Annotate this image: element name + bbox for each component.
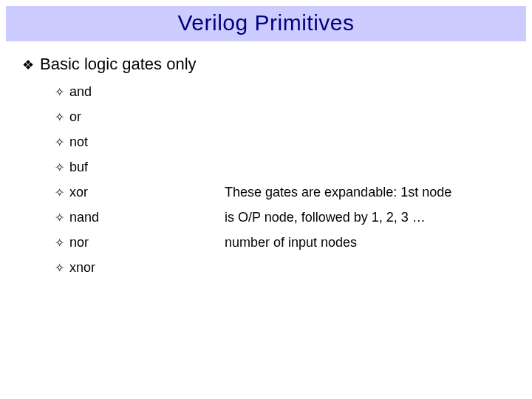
gate-name: buf: [69, 160, 225, 175]
gate-name: not: [69, 134, 225, 150]
gate-name: nor: [69, 235, 225, 250]
title-bar: Verilog Primitives: [6, 6, 526, 41]
slide-title: Verilog Primitives: [177, 10, 354, 35]
gate-list: ✧ and ✧ or ✧ not ✧ buf ✧ xor These gates…: [55, 84, 510, 276]
plus-bullet-icon: ✧: [55, 211, 69, 225]
plus-bullet-icon: ✧: [55, 85, 69, 99]
plus-bullet-icon: ✧: [55, 135, 69, 149]
list-item: ✧ buf: [55, 160, 510, 175]
heading-text: Basic logic gates only: [40, 55, 197, 74]
gate-name: xor: [69, 185, 225, 200]
gate-name: nand: [69, 210, 225, 225]
plus-bullet-icon: ✧: [55, 261, 69, 275]
content-area: ❖ Basic logic gates only ✧ and ✧ or ✧ no…: [0, 41, 532, 276]
plus-bullet-icon: ✧: [55, 160, 69, 174]
list-item: ✧ xnor: [55, 260, 510, 276]
gate-name: and: [69, 84, 225, 100]
list-item: ✧ nor number of input nodes: [55, 235, 510, 250]
list-item: ✧ xor These gates are expandable: 1st no…: [55, 185, 510, 200]
plus-bullet-icon: ✧: [55, 185, 69, 200]
list-item: ✧ not: [55, 134, 510, 150]
list-item: ✧ nand is O/P node, followed by 1, 2, 3 …: [55, 210, 510, 225]
gate-desc: These gates are expandable: 1st node: [225, 185, 451, 200]
gate-desc: number of input nodes: [225, 235, 357, 250]
gate-name: or: [69, 109, 225, 125]
list-item: ✧ or: [55, 109, 510, 125]
gate-name: xnor: [69, 260, 225, 276]
plus-bullet-icon: ✧: [55, 110, 69, 124]
diamond-bullet-icon: ❖: [22, 58, 34, 72]
list-item: ✧ and: [55, 84, 510, 100]
heading-row: ❖ Basic logic gates only: [22, 55, 510, 74]
plus-bullet-icon: ✧: [55, 236, 69, 250]
gate-desc: is O/P node, followed by 1, 2, 3 …: [225, 210, 426, 225]
